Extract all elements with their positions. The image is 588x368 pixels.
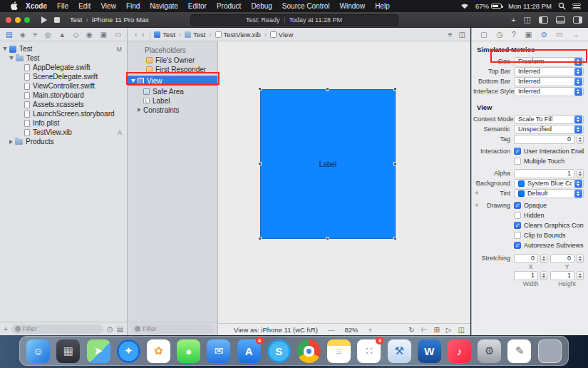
outline-row-first-responder[interactable]: First Responder — [128, 65, 217, 73]
semantic-popup[interactable]: Unspecified — [514, 125, 584, 134]
design-label[interactable]: Label — [319, 160, 336, 168]
tree-row-file[interactable]: Main.storyboard — [0, 91, 127, 100]
design-view[interactable]: Label — [260, 89, 396, 239]
add-file-button[interactable]: + — [4, 325, 8, 333]
resize-handle[interactable] — [326, 237, 329, 240]
dock-icon-word[interactable]: W — [418, 339, 441, 363]
outline-row-view-selected[interactable]: View — [128, 76, 217, 86]
menu-file[interactable]: File — [52, 2, 73, 10]
menu-source-control[interactable]: Source Control — [277, 2, 335, 10]
content-mode-popup[interactable]: Scale To Fill — [514, 115, 584, 124]
multiple-touch-checkbox[interactable] — [514, 158, 521, 165]
stretching-y-field[interactable]: 0 — [550, 254, 574, 263]
clip-to-bounds-checkbox[interactable] — [514, 232, 521, 239]
dock-icon-launchpad[interactable]: ▦ — [56, 339, 80, 363]
resize-handle[interactable] — [393, 237, 397, 240]
menu-edit[interactable]: Edit — [73, 2, 96, 10]
breakpoint-navigator-tab[interactable]: ▣ — [100, 31, 106, 39]
tint-color-popup[interactable]: Default — [514, 189, 584, 198]
run-button[interactable] — [41, 16, 47, 24]
symbol-navigator-tab[interactable]: ≡ — [33, 31, 37, 39]
autoresize-subviews-checkbox[interactable]: ✓ — [514, 242, 521, 249]
add-editor-icon[interactable]: ◫ — [459, 31, 465, 39]
stretching-height-stepper[interactable] — [577, 271, 584, 280]
stretching-y-stepper[interactable] — [577, 254, 584, 263]
resize-handle[interactable] — [393, 87, 397, 91]
dock-icon-messages[interactable]: ● — [177, 339, 200, 363]
debug-navigator-tab[interactable]: ◉ — [86, 31, 93, 39]
bottom-bar-popup[interactable]: Inferred — [514, 77, 584, 86]
navigator-filter-field[interactable] — [11, 324, 103, 334]
disclosure-triangle[interactable] — [131, 79, 135, 83]
resize-handle[interactable] — [258, 162, 262, 165]
file-inspector-tab[interactable]: ▢ — [480, 30, 488, 39]
dock-icon-music[interactable]: ♪ — [448, 339, 471, 363]
tag-field[interactable]: 0 — [514, 135, 574, 144]
stop-button[interactable] — [54, 17, 60, 23]
menu-window[interactable]: Window — [335, 2, 371, 10]
editor-layout-icon[interactable]: ◫ — [524, 15, 531, 24]
update-frames-icon[interactable]: ↻ — [408, 326, 414, 334]
stretching-width-stepper[interactable] — [540, 271, 547, 280]
zoom-window-button[interactable] — [24, 17, 30, 23]
tree-row-file[interactable]: ViewController.swift — [0, 81, 127, 91]
alpha-stepper[interactable] — [577, 169, 584, 178]
zoom-level[interactable]: 82% — [344, 326, 358, 334]
menu-find[interactable]: Find — [121, 2, 145, 10]
report-navigator-tab[interactable]: ▭ — [115, 31, 121, 39]
dock-icon-photos[interactable]: ✿ — [147, 339, 170, 363]
resize-handle[interactable] — [258, 237, 262, 240]
identity-inspector-tab[interactable]: ▣ — [525, 30, 532, 39]
apple-menu[interactable] — [7, 1, 21, 11]
quick-help-inspector-tab[interactable]: ? — [512, 30, 516, 39]
dock-icon-skype[interactable]: S — [267, 339, 291, 363]
attributes-inspector-tab[interactable]: ⊙ — [541, 30, 547, 39]
find-navigator-tab[interactable]: ◎ — [45, 31, 51, 39]
spotlight-search-icon[interactable] — [558, 2, 566, 10]
back-button[interactable]: ‹ — [133, 30, 140, 39]
tag-stepper[interactable] — [577, 135, 584, 144]
tree-row-group[interactable]: Test — [0, 53, 127, 63]
resize-handle[interactable] — [258, 87, 262, 91]
resolve-autolayout-icon[interactable]: ▷ — [446, 326, 452, 334]
tree-row-products[interactable]: Products — [0, 137, 127, 146]
menu-bar-clock[interactable]: Mon 11:28 PM — [508, 2, 552, 10]
align-icon[interactable]: ⊢ — [421, 326, 428, 334]
menu-help[interactable]: Help — [370, 2, 395, 10]
dock-icon-xcode[interactable]: ⚒ — [388, 339, 411, 363]
menu-debug[interactable]: Debug — [246, 2, 277, 10]
dock-icon-finder[interactable]: ☺ — [26, 339, 50, 363]
disclosure-triangle[interactable] — [9, 56, 14, 60]
interface-style-popup[interactable]: Inferred — [514, 87, 584, 96]
disclosure-triangle[interactable] — [3, 47, 7, 51]
opaque-checkbox[interactable]: ✓ — [514, 202, 521, 209]
dock-icon-reminders[interactable]: ∷3 — [357, 339, 381, 363]
breadcrumb-group[interactable]: Test — [175, 31, 206, 39]
dock-icon-chrome[interactable] — [297, 339, 321, 363]
menu-view[interactable]: View — [96, 2, 121, 10]
dock-icon-maps[interactable]: ➤ — [87, 339, 110, 363]
top-bar-popup[interactable]: Inferred — [514, 67, 584, 76]
battery-status[interactable]: 67% — [475, 2, 502, 10]
tree-row-file[interactable]: TestView.xibA — [0, 128, 127, 137]
dock-icon-system-preferences[interactable]: ⚙ — [478, 339, 501, 363]
menu-xcode[interactable]: Xcode — [21, 2, 52, 10]
project-navigator-tab[interactable]: ▤ — [6, 31, 12, 39]
recent-files-icon[interactable]: ◷ — [107, 325, 113, 333]
outline-filter-field[interactable] — [131, 324, 214, 334]
scheme-selector[interactable]: Test iPhone 11 Pro Max — [70, 16, 149, 24]
alpha-field[interactable]: 1 — [514, 169, 574, 178]
user-interaction-checkbox[interactable]: ✓ — [514, 148, 521, 155]
breadcrumb-view[interactable]: View — [261, 31, 294, 39]
history-inspector-tab[interactable]: ◷ — [496, 30, 502, 39]
disclosure-triangle[interactable] — [9, 140, 13, 144]
view-as-button[interactable]: View as: iPhone 11 (wC hR) — [234, 326, 318, 334]
close-window-button[interactable] — [6, 17, 11, 23]
toggle-navigator-button[interactable] — [539, 16, 548, 24]
zoom-in-button[interactable]: + — [368, 326, 372, 334]
control-center-icon[interactable] — [572, 3, 581, 10]
minimize-window-button[interactable] — [15, 17, 21, 23]
navigator-filter-input[interactable] — [23, 325, 100, 332]
add-keypath-icon[interactable]: + — [475, 179, 479, 187]
tree-row-file[interactable]: Assets.xcassets — [0, 100, 127, 109]
